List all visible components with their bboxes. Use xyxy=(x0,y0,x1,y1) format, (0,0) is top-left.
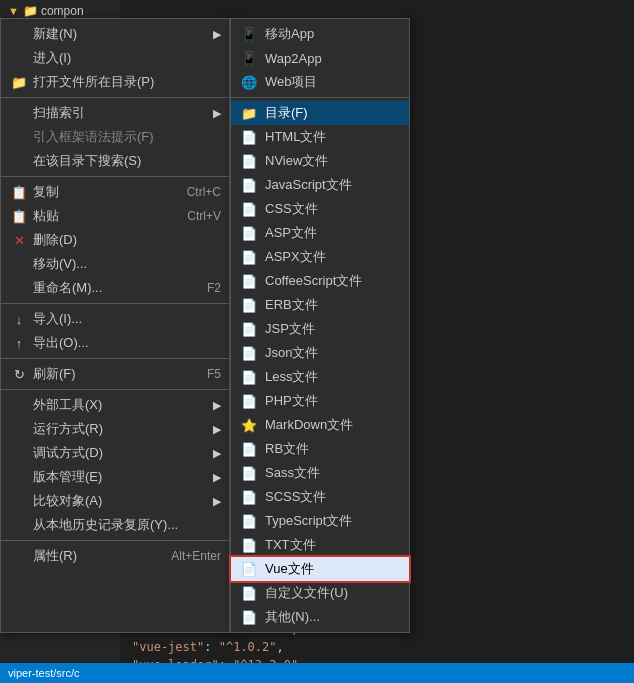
import-icon: ↓ xyxy=(9,312,29,327)
vue-file-icon: 📄 xyxy=(239,562,259,577)
submenu-label: 移动App xyxy=(265,25,314,43)
json-icon: 📄 xyxy=(239,346,259,361)
refresh-shortcut: F5 xyxy=(207,367,221,381)
submenu-item-javascript[interactable]: 📄 JavaScript文件 xyxy=(231,173,409,197)
submenu-item-erb[interactable]: 📄 ERB文件 xyxy=(231,293,409,317)
menu-item-open-dir[interactable]: 📁 打开文件所在目录(P) xyxy=(1,70,229,94)
menu-label-export: 导出(O)... xyxy=(33,334,221,352)
submenu-item-txt[interactable]: 📄 TXT文件 xyxy=(231,533,409,557)
submenu-label: Sass文件 xyxy=(265,464,320,482)
separator-3 xyxy=(1,303,229,304)
menu-item-scan[interactable]: 扫描索引 ▶ xyxy=(1,101,229,125)
less-icon: 📄 xyxy=(239,370,259,385)
submenu-label: Less文件 xyxy=(265,368,318,386)
submenu-item-asp[interactable]: 📄 ASP文件 xyxy=(231,221,409,245)
submenu-item-vue[interactable]: 📄 Vue文件 xyxy=(231,557,409,581)
nview-icon: 📄 xyxy=(239,154,259,169)
folder-icon2: 📁 xyxy=(23,4,38,18)
submenu-label: 其他(N)... xyxy=(265,608,320,626)
submenu-label: JavaScript文件 xyxy=(265,176,352,194)
submenu-item-rb[interactable]: 📄 RB文件 xyxy=(231,437,409,461)
submenu-item-sass[interactable]: 📄 Sass文件 xyxy=(231,461,409,485)
menu-item-props[interactable]: 属性(R) Alt+Enter xyxy=(1,544,229,568)
menu-item-debugmode[interactable]: 调试方式(D) ▶ xyxy=(1,441,229,465)
submenu-label: TXT文件 xyxy=(265,536,316,554)
menu-item-runmode[interactable]: 运行方式(R) ▶ xyxy=(1,417,229,441)
editor-line-5: "vue-jest": "^1.0.2", xyxy=(128,640,626,658)
mobileapp-icon: 📱 xyxy=(239,27,259,42)
scss-icon: 📄 xyxy=(239,490,259,505)
menu-item-new[interactable]: 新建(N) ▶ xyxy=(1,22,229,46)
rb-icon: 📄 xyxy=(239,442,259,457)
submenu-item-less[interactable]: 📄 Less文件 xyxy=(231,365,409,389)
coffee-icon: 📄 xyxy=(239,274,259,289)
folder-icon: 📁 xyxy=(9,75,29,90)
submenu-label: CoffeeScript文件 xyxy=(265,272,362,290)
menu-label-move: 移动(V)... xyxy=(33,255,221,273)
export-icon: ↑ xyxy=(9,336,29,351)
submenu-label: SCSS文件 xyxy=(265,488,326,506)
submenu-label: Web项目 xyxy=(265,73,318,91)
submenu-item-webproject[interactable]: 🌐 Web项目 xyxy=(231,70,409,94)
menu-item-rename[interactable]: 重命名(M)... F2 xyxy=(1,276,229,300)
menu-item-exttools[interactable]: 外部工具(X) ▶ xyxy=(1,393,229,417)
menu-item-restore[interactable]: 从本地历史记录复原(Y)... xyxy=(1,513,229,537)
menu-item-import[interactable]: ↓ 导入(I)... xyxy=(1,307,229,331)
menu-item-search-dir[interactable]: 在该目录下搜索(S) xyxy=(1,149,229,173)
separator-2 xyxy=(1,176,229,177)
submenu-item-aspx[interactable]: 📄 ASPX文件 xyxy=(231,245,409,269)
aspx-icon: 📄 xyxy=(239,250,259,265)
submenu-item-coffeescript[interactable]: 📄 CoffeeScript文件 xyxy=(231,269,409,293)
menu-item-copy[interactable]: 📋 复制 Ctrl+C xyxy=(1,180,229,204)
menu-label-compare: 比较对象(A) xyxy=(33,492,209,510)
submenu-item-directory[interactable]: 📁 目录(F) xyxy=(231,101,409,125)
context-menu-main: 新建(N) ▶ 进入(I) 📁 打开文件所在目录(P) 扫描索引 ▶ 引入框架语… xyxy=(0,18,230,633)
menu-label-searchdir: 在该目录下搜索(S) xyxy=(33,152,221,170)
submenu-item-html[interactable]: 📄 HTML文件 xyxy=(231,125,409,149)
submenu-item-scss[interactable]: 📄 SCSS文件 xyxy=(231,485,409,509)
submenu-item-wap2app[interactable]: 📱 Wap2App xyxy=(231,46,409,70)
submenu-item-markdown[interactable]: ⭐ MarkDown文件 xyxy=(231,413,409,437)
html-icon: 📄 xyxy=(239,130,259,145)
compare-arrow: ▶ xyxy=(213,495,221,508)
submenu-item-css[interactable]: 📄 CSS文件 xyxy=(231,197,409,221)
menu-label-exttools: 外部工具(X) xyxy=(33,396,209,414)
submenu-item-other[interactable]: 📄 其他(N)... xyxy=(231,605,409,629)
menu-item-move[interactable]: 移动(V)... xyxy=(1,252,229,276)
submenu-item-nview[interactable]: 📄 NView文件 xyxy=(231,149,409,173)
submenu-label: RB文件 xyxy=(265,440,309,458)
submenu-item-typescript[interactable]: 📄 TypeScript文件 xyxy=(231,509,409,533)
rename-shortcut: F2 xyxy=(207,281,221,295)
submenu-label: 自定义文件(U) xyxy=(265,584,348,602)
context-menu-overlay: 新建(N) ▶ 进入(I) 📁 打开文件所在目录(P) 扫描索引 ▶ 引入框架语… xyxy=(0,18,410,633)
menu-item-delete[interactable]: ✕ 删除(D) xyxy=(1,228,229,252)
menu-item-paste[interactable]: 📋 粘贴 Ctrl+V xyxy=(1,204,229,228)
copy-icon: 📋 xyxy=(9,185,29,200)
submenu-label: HTML文件 xyxy=(265,128,326,146)
status-text: viper-test/src/c xyxy=(8,667,80,679)
menu-item-enter[interactable]: 进入(I) xyxy=(1,46,229,70)
submenu-item-custom[interactable]: 📄 自定义文件(U) xyxy=(231,581,409,605)
submenu-newfile: 📱 移动App 📱 Wap2App 🌐 Web项目 📁 目录(F) 📄 HTML… xyxy=(230,18,410,633)
ts-icon: 📄 xyxy=(239,514,259,529)
menu-item-versionmgr[interactable]: 版本管理(E) ▶ xyxy=(1,465,229,489)
sass-icon: 📄 xyxy=(239,466,259,481)
txt-icon: 📄 xyxy=(239,538,259,553)
menu-label-rename: 重命名(M)... xyxy=(33,279,187,297)
js-icon: 📄 xyxy=(239,178,259,193)
menu-label-scan: 扫描索引 xyxy=(33,104,209,122)
debugmode-arrow: ▶ xyxy=(213,447,221,460)
submenu-item-php[interactable]: 📄 PHP文件 xyxy=(231,389,409,413)
dir-icon: 📁 xyxy=(239,106,259,121)
submenu-item-mobileapp[interactable]: 📱 移动App xyxy=(231,22,409,46)
asp-icon: 📄 xyxy=(239,226,259,241)
submenu-label: Wap2App xyxy=(265,51,322,66)
menu-item-export[interactable]: ↑ 导出(O)... xyxy=(1,331,229,355)
submenu-item-jsp[interactable]: 📄 JSP文件 xyxy=(231,317,409,341)
menu-item-compare[interactable]: 比较对象(A) ▶ xyxy=(1,489,229,513)
submenu-item-json[interactable]: 📄 Json文件 xyxy=(231,341,409,365)
submenu-label: NView文件 xyxy=(265,152,328,170)
menu-item-refresh[interactable]: ↻ 刷新(F) F5 xyxy=(1,362,229,386)
status-bar: viper-test/src/c xyxy=(0,663,634,683)
menu-item-framework[interactable]: 引入框架语法提示(F) xyxy=(1,125,229,149)
